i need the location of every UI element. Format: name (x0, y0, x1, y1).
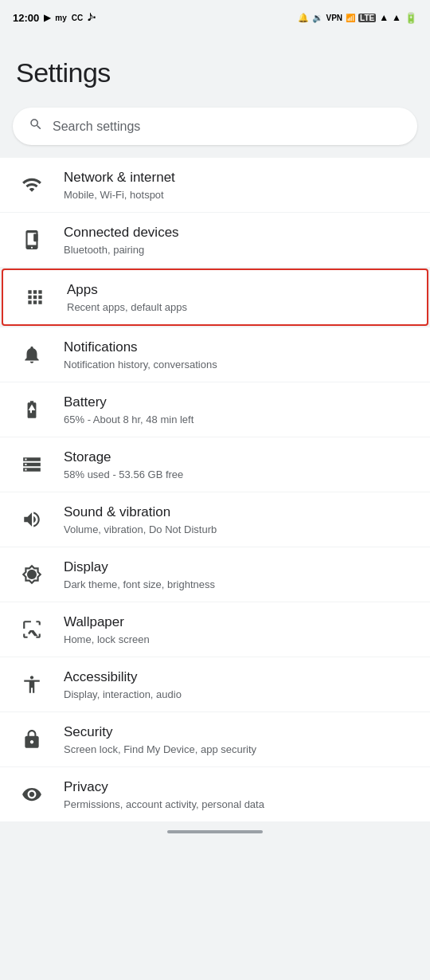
status-left: 12:00 ▶ my CC 𝅘𝅥𝅮 · (13, 11, 96, 24)
settings-item-connected[interactable]: Connected devices Bluetooth, pairing (0, 213, 430, 267)
settings-item-storage-title: Storage (64, 449, 414, 466)
settings-item-privacy-title: Privacy (64, 778, 414, 796)
settings-item-battery[interactable]: Battery 65% - About 8 hr, 48 min left (0, 382, 430, 437)
settings-item-notifications-text: Notifications Notification history, conv… (64, 339, 414, 370)
youtube-icon: ▶ (44, 13, 50, 23)
settings-item-connected-text: Connected devices Bluetooth, pairing (64, 224, 414, 255)
bottom-nav-bar (167, 830, 263, 833)
settings-item-battery-text: Battery 65% - About 8 hr, 48 min left (64, 394, 414, 425)
privacy-icon (16, 778, 48, 810)
settings-item-storage-text: Storage 58% used - 53.56 GB free (64, 449, 414, 480)
settings-item-sound-text: Sound & vibration Volume, vibration, Do … (64, 504, 414, 535)
settings-item-network-subtitle: Mobile, Wi-Fi, hotspot (64, 189, 414, 201)
status-right: 🔔 🔉 VPN 📶 LTE ▲ ▲ 🔋 (298, 12, 418, 24)
my-icon: my (55, 14, 66, 22)
settings-item-accessibility-title: Accessibility (64, 668, 414, 686)
settings-item-accessibility-subtitle: Display, interaction, audio (64, 688, 414, 700)
svg-rect-0 (33, 233, 37, 241)
cc-icon: CC (72, 14, 83, 22)
settings-item-connected-subtitle: Bluetooth, pairing (64, 244, 414, 256)
devices-icon (16, 224, 48, 256)
settings-item-network[interactable]: Network & internet Mobile, Wi-Fi, hotspo… (0, 158, 430, 212)
settings-item-apps[interactable]: Apps Recent apps, default apps (2, 269, 428, 326)
search-bar[interactable]: Search settings (13, 108, 417, 145)
battery-icon: 🔋 (405, 12, 417, 24)
settings-item-network-text: Network & internet Mobile, Wi-Fi, hotspo… (64, 169, 414, 200)
notifications-icon (16, 339, 48, 370)
settings-item-sound[interactable]: Sound & vibration Volume, vibration, Do … (0, 492, 430, 547)
settings-item-notifications-subtitle: Notification history, conversations (64, 359, 414, 370)
time-display: 12:00 (13, 12, 39, 24)
settings-item-wallpaper-subtitle: Home, lock screen (64, 633, 414, 645)
settings-item-apps-text: Apps Recent apps, default apps (67, 281, 411, 312)
settings-item-display[interactable]: Display Dark theme, font size, brightnes… (0, 547, 430, 602)
accessibility-icon (16, 668, 48, 700)
settings-item-security-text: Security Screen lock, Find My Device, ap… (64, 723, 414, 755)
page-title: Settings (16, 57, 414, 88)
settings-item-display-title: Display (64, 559, 414, 576)
security-icon (16, 723, 48, 755)
search-container[interactable]: Search settings (0, 101, 430, 158)
settings-item-battery-title: Battery (64, 394, 414, 411)
settings-item-display-text: Display Dark theme, font size, brightnes… (64, 559, 414, 590)
search-input[interactable]: Search settings (53, 120, 140, 134)
settings-item-security-subtitle: Screen lock, Find My Device, app securit… (64, 743, 414, 755)
settings-item-sound-subtitle: Volume, vibration, Do Not Disturb (64, 523, 414, 535)
settings-item-notifications-title: Notifications (64, 339, 414, 356)
settings-item-display-subtitle: Dark theme, font size, brightness (64, 578, 414, 590)
lte-wifi-icon: 📶 (346, 14, 355, 22)
alarm-icon: 🔔 (298, 13, 309, 23)
wifi-signal-icon: ▲ (392, 12, 401, 23)
settings-item-privacy[interactable]: Privacy Permissions, account activity, p… (0, 767, 430, 821)
settings-item-battery-subtitle: 65% - About 8 hr, 48 min left (64, 414, 414, 425)
title-area: Settings (0, 32, 430, 101)
lte-badge: LTE (358, 14, 376, 22)
settings-list: Network & internet Mobile, Wi-Fi, hotspo… (0, 158, 430, 821)
settings-item-privacy-text: Privacy Permissions, account activity, p… (64, 778, 414, 809)
settings-item-apps-title: Apps (67, 281, 411, 299)
settings-item-network-title: Network & internet (64, 169, 414, 186)
settings-item-wallpaper-title: Wallpaper (64, 613, 414, 631)
settings-item-storage-subtitle: 58% used - 53.56 GB free (64, 468, 414, 480)
settings-item-accessibility[interactable]: Accessibility Display, interaction, audi… (0, 657, 430, 711)
apps-icon (19, 281, 51, 313)
display-icon (16, 559, 48, 590)
volume-icon: 🔉 (312, 13, 323, 23)
vpn-lte-icon: VPN (326, 14, 343, 22)
search-icon (29, 117, 43, 135)
settings-item-wallpaper-text: Wallpaper Home, lock screen (64, 613, 414, 645)
storage-icon (16, 449, 48, 480)
settings-item-connected-title: Connected devices (64, 224, 414, 241)
signal-icon: ▲ (379, 12, 389, 23)
wifi-settings-icon (16, 169, 48, 201)
settings-item-wallpaper[interactable]: Wallpaper Home, lock screen (0, 602, 430, 657)
settings-item-storage[interactable]: Storage 58% used - 53.56 GB free (0, 437, 430, 492)
status-bar: 12:00 ▶ my CC 𝅘𝅥𝅮 · 🔔 🔉 VPN 📶 LTE ▲ ▲ 🔋 (0, 0, 430, 32)
settings-item-security[interactable]: Security Screen lock, Find My Device, ap… (0, 712, 430, 766)
battery-settings-icon (16, 394, 48, 425)
settings-item-apps-subtitle: Recent apps, default apps (67, 301, 411, 313)
settings-item-notifications[interactable]: Notifications Notification history, conv… (0, 327, 430, 382)
settings-item-privacy-subtitle: Permissions, account activity, personal … (64, 798, 414, 810)
wallpaper-icon (16, 613, 48, 645)
settings-item-accessibility-text: Accessibility Display, interaction, audi… (64, 668, 414, 700)
page-content: Settings Search settings Network & inter… (0, 32, 430, 841)
bottom-indicator (0, 822, 430, 841)
settings-item-security-title: Security (64, 723, 414, 741)
sound-icon (16, 504, 48, 535)
settings-item-sound-title: Sound & vibration (64, 504, 414, 521)
dot-icon: · (92, 11, 96, 24)
